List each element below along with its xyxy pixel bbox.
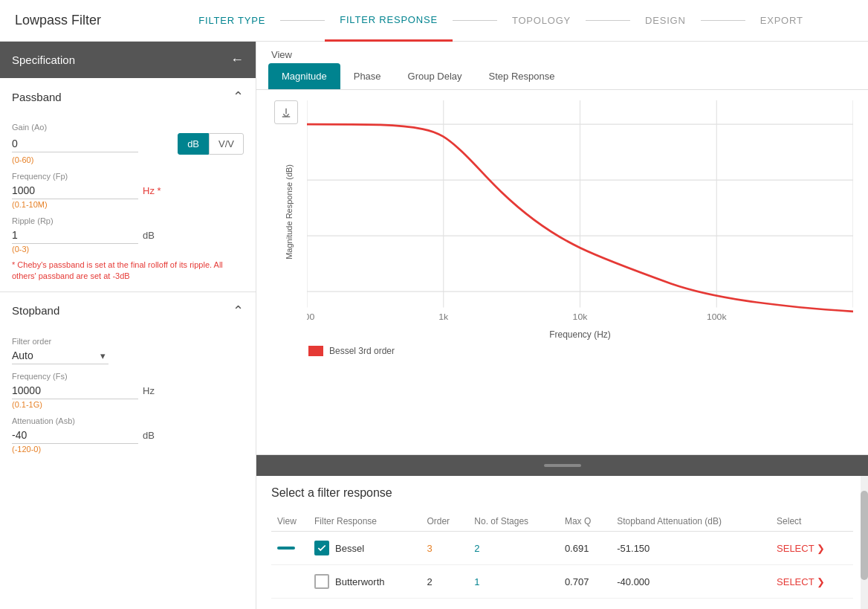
nav-step-line-4 xyxy=(701,20,745,21)
sidebar-header: Specification ← xyxy=(0,42,256,78)
bessel-select-cell: SELECT ❯ xyxy=(771,532,853,565)
gain-input[interactable] xyxy=(12,135,138,152)
col-view: View xyxy=(271,512,308,532)
app-title: Lowpass Filter xyxy=(15,13,149,28)
bessel-name-cell: Bessel xyxy=(308,532,421,565)
legend-text: Bessel 3rd order xyxy=(329,346,395,356)
stopband-toggle[interactable]: Stopband ⌃ xyxy=(0,292,256,329)
nav-step-filter-type[interactable]: FILTER TYPE xyxy=(184,0,280,42)
gain-db-button[interactable]: dB xyxy=(178,133,209,155)
butterworth-view-cell xyxy=(271,565,308,599)
nav-step-topology[interactable]: TOPOLOGY xyxy=(497,0,586,42)
filter-table-header: View Filter Response Order No. of Stages… xyxy=(271,512,853,532)
butterworth-checkbox[interactable] xyxy=(314,574,329,589)
filter-order-wrapper: Auto 123 456 xyxy=(12,347,108,364)
chart-area: Magnitude Response (dB) xyxy=(256,90,868,454)
svg-text:1k: 1k xyxy=(438,312,449,322)
scrollbar-thumb[interactable] xyxy=(861,491,868,580)
resize-handle-bar xyxy=(544,464,581,467)
back-button[interactable]: ← xyxy=(230,52,244,68)
gain-unit-toggle: dB V/V xyxy=(178,133,244,155)
sidebar: Specification ← Passband ⌃ Gain (Ao) dB … xyxy=(0,42,256,609)
bessel-order: 3 xyxy=(421,532,468,565)
butterworth-stopband: -40.000 xyxy=(611,565,771,599)
frequency-fs-hint: (0.1-1G) xyxy=(12,400,244,409)
nav-step-filter-response[interactable]: FILTER RESPONSE xyxy=(325,0,453,42)
frequency-fp-row: Hz * xyxy=(12,182,244,199)
passband-chevron: ⌃ xyxy=(233,88,244,105)
attenuation-input[interactable] xyxy=(12,427,138,444)
frequency-fp-label: Frequency (Fp) xyxy=(12,172,244,181)
gain-vv-button[interactable]: V/V xyxy=(209,133,244,155)
frequency-fs-input[interactable] xyxy=(12,382,138,399)
frequency-fs-label: Frequency (Fs) xyxy=(12,372,244,381)
frequency-fs-unit: Hz xyxy=(143,385,155,396)
butterworth-name: Butterworth xyxy=(335,576,384,587)
download-button[interactable] xyxy=(274,100,298,124)
main-layout: Specification ← Passband ⌃ Gain (Ao) dB … xyxy=(0,42,868,609)
y-axis-label: Magnitude Response (dB) xyxy=(285,164,294,260)
frequency-fp-input[interactable] xyxy=(12,182,138,199)
frequency-fs-row: Hz xyxy=(12,382,244,399)
bessel-select-button[interactable]: SELECT ❯ xyxy=(777,543,847,554)
table-row: Butterworth 2 1 0.707 -40.000 SELECT ❯ xyxy=(271,565,853,599)
nav-step-line-1 xyxy=(280,20,325,21)
view-label: View xyxy=(256,42,868,63)
frequency-fp-hint: (0.1-10M) xyxy=(12,200,244,209)
nav-steps: FILTER TYPE FILTER RESPONSE TOPOLOGY DES… xyxy=(149,0,853,42)
bessel-name: Bessel xyxy=(335,543,364,554)
filter-response-section: Select a filter response View Filter Res… xyxy=(256,476,868,609)
butterworth-select-button[interactable]: SELECT ❯ xyxy=(777,576,847,587)
svg-text:100k: 100k xyxy=(707,312,728,322)
tab-phase[interactable]: Phase xyxy=(340,63,395,89)
sidebar-title: Specification xyxy=(12,54,75,66)
gain-hint: (0-60) xyxy=(12,155,244,164)
svg-text:10k: 10k xyxy=(573,312,589,322)
butterworth-stages: 1 xyxy=(468,565,559,599)
col-stopband: Stopband Attenuation (dB) xyxy=(611,512,771,532)
ripple-unit: dB xyxy=(143,230,155,241)
tab-bar: Magnitude Phase Group Delay Step Respons… xyxy=(256,63,868,90)
tab-step-response[interactable]: Step Response xyxy=(476,63,569,89)
stopband-section: Stopband ⌃ Filter order Auto 123 456 Fre… xyxy=(0,292,256,463)
bessel-stopband: -51.150 xyxy=(611,532,771,565)
filter-order-row: Auto 123 456 xyxy=(12,347,244,364)
tab-magnitude[interactable]: Magnitude xyxy=(268,63,340,89)
filter-table-body: Bessel 3 2 0.691 -51.150 SELECT ❯ xyxy=(271,532,853,599)
nav-step-export[interactable]: EXPORT xyxy=(745,0,818,42)
bessel-stages: 2 xyxy=(468,532,559,565)
col-select: Select xyxy=(771,512,853,532)
butterworth-name-cell: Butterworth xyxy=(308,565,421,599)
ripple-input[interactable] xyxy=(12,227,138,244)
ripple-row: dB xyxy=(12,227,244,244)
table-row: Bessel 3 2 0.691 -51.150 SELECT ❯ xyxy=(271,532,853,565)
legend-color xyxy=(308,346,323,356)
passband-note: * Cheby's passband is set at the final r… xyxy=(12,260,244,283)
resize-handle[interactable] xyxy=(256,455,868,476)
col-order: Order xyxy=(421,512,468,532)
col-filter-response: Filter Response xyxy=(308,512,421,532)
butterworth-max-q: 0.707 xyxy=(559,565,611,599)
bottom-section: Select a filter response View Filter Res… xyxy=(256,454,868,609)
scrollbar-track[interactable] xyxy=(861,476,868,609)
gain-label: Gain (Ao) xyxy=(12,123,244,132)
filter-order-select[interactable]: Auto 123 456 xyxy=(12,347,108,364)
bessel-checkbox[interactable] xyxy=(314,541,329,555)
gain-row: dB V/V xyxy=(12,133,244,155)
top-nav: Lowpass Filter FILTER TYPE FILTER RESPON… xyxy=(0,0,868,42)
butterworth-select-cell: SELECT ❯ xyxy=(771,565,853,599)
passband-section: Passband ⌃ Gain (Ao) dB V/V (0-60) Frequ… xyxy=(0,78,256,291)
tab-group-delay[interactable]: Group Delay xyxy=(395,63,476,89)
bessel-view-indicator xyxy=(277,547,295,550)
bessel-view-cell xyxy=(271,532,308,565)
bessel-max-q: 0.691 xyxy=(559,532,611,565)
stopband-chevron: ⌃ xyxy=(233,303,244,319)
col-max-q: Max Q xyxy=(559,512,611,532)
passband-toggle[interactable]: Passband ⌃ xyxy=(0,78,256,115)
svg-text:100: 100 xyxy=(307,312,315,322)
attenuation-row: dB xyxy=(12,427,244,444)
filter-response-title: Select a filter response xyxy=(271,486,853,500)
nav-step-design[interactable]: DESIGN xyxy=(630,0,701,42)
filter-table: View Filter Response Order No. of Stages… xyxy=(271,512,853,599)
ripple-label: Ripple (Rp) xyxy=(12,216,244,225)
